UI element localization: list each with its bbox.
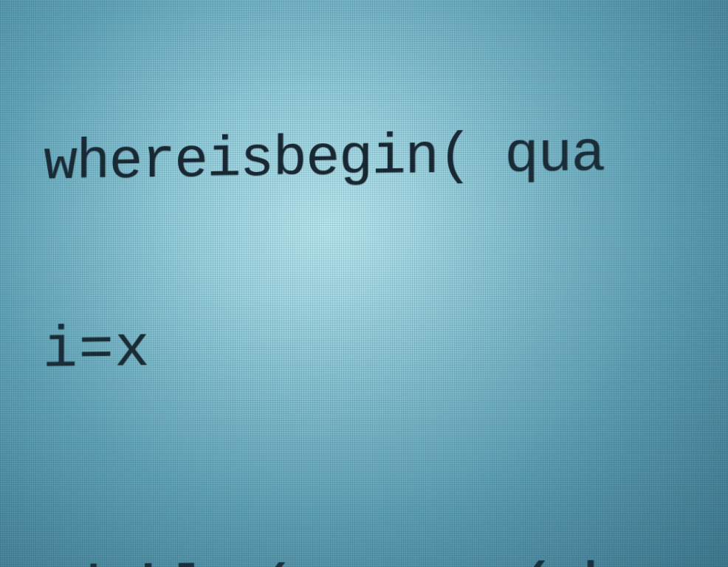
code-line-1: i=x [43, 312, 728, 382]
code-editor-view: whereisbegin( qua i=x while( n < (docum … [36, 0, 728, 567]
code-line-2: while( n < (docum [41, 555, 728, 567]
code-line-0: whereisbegin( qua [44, 122, 728, 193]
